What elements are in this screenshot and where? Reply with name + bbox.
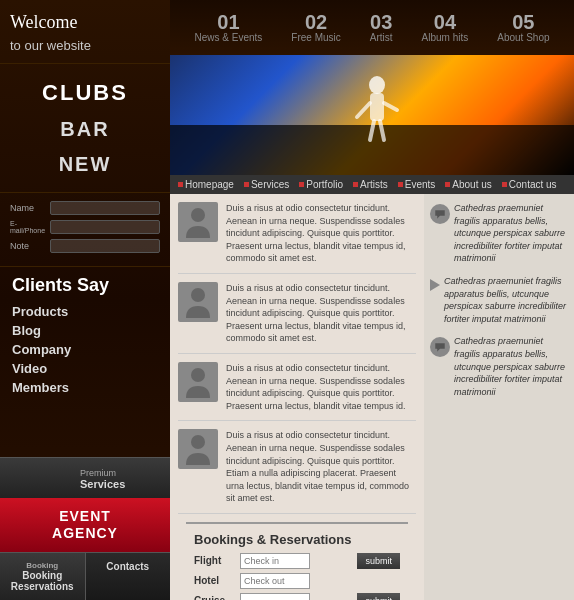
booking-contacts-row: Booking Booking Reservations Contacts [0,552,170,600]
right-card-text: Cathedras praemuniet fragilis apparatus … [454,202,568,265]
top-nav-news[interactable]: 01 News & Events [195,12,263,43]
comment-icon-2 [430,337,450,357]
article-text: Duis a risus at odio consectetur tincidu… [226,202,416,265]
email-label: E-mail/Phone [10,220,50,234]
hero-banner [170,55,574,175]
name-row: Name [10,201,160,215]
sub-navigation: Homepage Services Portfolio Artists Even… [170,175,574,194]
premium-button[interactable]: Premium Services [0,457,170,498]
right-column: Cathedras praemuniet fragilis apparatus … [424,194,574,600]
checkout-input[interactable] [240,573,310,589]
comment-icon [430,204,450,224]
svg-point-0 [369,76,385,94]
subnav-artists[interactable]: Artists [353,179,388,190]
dot-icon [445,182,450,187]
note-input[interactable] [50,239,160,253]
subnav-events[interactable]: Events [398,179,436,190]
svg-point-9 [191,435,205,449]
subnav-contact[interactable]: Contact us [502,179,557,190]
flight-submit[interactable]: submit [357,553,400,569]
products-link[interactable]: Products [12,304,158,319]
subnav-about[interactable]: About us [445,179,491,190]
top-navigation: 01 News & Events 02 Free Music 03 Artist… [170,0,574,55]
content-area: Duis a risus at odio consectetur tincidu… [170,194,574,600]
bookings-title: Bookings & Reservations [194,532,400,547]
name-input[interactable] [50,201,160,215]
sidebar-item-bar[interactable]: BAR [0,112,170,147]
contacts-button[interactable]: Contacts [85,553,171,600]
svg-line-3 [384,103,397,110]
contact-form: Name E-mail/Phone Note [0,193,170,267]
clients-title: Clients Say [12,275,158,296]
subnav-portfolio[interactable]: Portfolio [299,179,343,190]
cruise-row: Cruise submit [194,593,400,600]
right-card-text: Cathedras praemuniet fragilis apparatus … [454,335,568,398]
top-nav-album[interactable]: 04 Album hits [422,12,469,43]
hotel-row: Hotel [194,573,400,589]
article-text: Duis a risus at odio consectetur tincidu… [226,362,416,412]
top-nav-artist[interactable]: 03 Artist [370,12,393,43]
clients-section: Clients Say Products Blog Company Video … [0,267,170,407]
article-item: Duis a risus at odio consectetur tincidu… [178,429,416,514]
play-icon[interactable] [430,279,440,291]
flight-row: Flight submit [194,553,400,569]
email-input[interactable] [50,220,160,234]
dot-icon [353,182,358,187]
dot-icon [178,182,183,187]
main-content: 01 News & Events 02 Free Music 03 Artist… [170,0,574,600]
dot-icon [502,182,507,187]
person-icon [184,366,212,398]
event-agency-button[interactable]: EVENT AGENCY [0,498,170,552]
cruise-submit[interactable]: submit [357,593,400,600]
avatar [178,202,218,242]
sidebar-item-clubs[interactable]: CLUBS [0,74,170,112]
members-link[interactable]: Members [12,380,158,395]
sidebar-nav: CLUBS BAR NEW [0,64,170,193]
welcome-text: Welcome to our website [10,12,160,55]
bookings-section: Bookings & Reservations Flight submit Ho… [186,522,408,600]
dot-icon [398,182,403,187]
company-link[interactable]: Company [12,342,158,357]
dot-icon [299,182,304,187]
booking-button[interactable]: Booking Booking Reservations [0,553,85,600]
email-row: E-mail/Phone [10,220,160,234]
subnav-homepage[interactable]: Homepage [178,179,234,190]
article-item: Duis a risus at odio consectetur tincidu… [178,202,416,274]
person-icon [184,286,212,318]
sidebar: Welcome to our website CLUBS BAR NEW Nam… [0,0,170,600]
person-icon [184,433,212,465]
svg-point-7 [191,288,205,302]
video-link[interactable]: Video [12,361,158,376]
note-row: Note [10,239,160,253]
bottom-buttons: Premium Services EVENT AGENCY Booking Bo… [0,457,170,600]
right-card-text: Cathedras praemuniet fragilis apparatus … [444,275,568,325]
top-nav-music[interactable]: 02 Free Music [291,12,340,43]
checkin-input[interactable] [240,553,310,569]
svg-point-8 [191,368,205,382]
note-label: Note [10,241,50,251]
right-card-3: Cathedras praemuniet fragilis apparatus … [430,335,568,398]
cruise-input[interactable] [240,593,310,600]
top-nav-shop[interactable]: 05 About Shop [497,12,549,43]
blog-link[interactable]: Blog [12,323,158,338]
flight-label: Flight [194,555,234,566]
hotel-label: Hotel [194,575,234,586]
cruise-label: Cruise [194,595,234,600]
sidebar-item-new[interactable]: NEW [0,147,170,182]
right-card-2: Cathedras praemuniet fragilis apparatus … [430,275,568,325]
subnav-services[interactable]: Services [244,179,289,190]
avatar [178,429,218,469]
right-card-1: Cathedras praemuniet fragilis apparatus … [430,202,568,265]
article-item: Duis a risus at odio consectetur tincidu… [178,282,416,354]
svg-line-4 [370,121,374,140]
svg-rect-1 [370,93,384,121]
name-label: Name [10,203,50,213]
logo-area: Welcome to our website [0,0,170,64]
article-text: Duis a risus at odio consectetur tincidu… [226,282,416,345]
article-text: Duis a risus at odio consectetur tincidu… [226,429,416,505]
articles-column: Duis a risus at odio consectetur tincidu… [170,194,424,600]
person-icon [184,206,212,238]
svg-line-5 [380,121,384,140]
avatar [178,282,218,322]
avatar [178,362,218,402]
